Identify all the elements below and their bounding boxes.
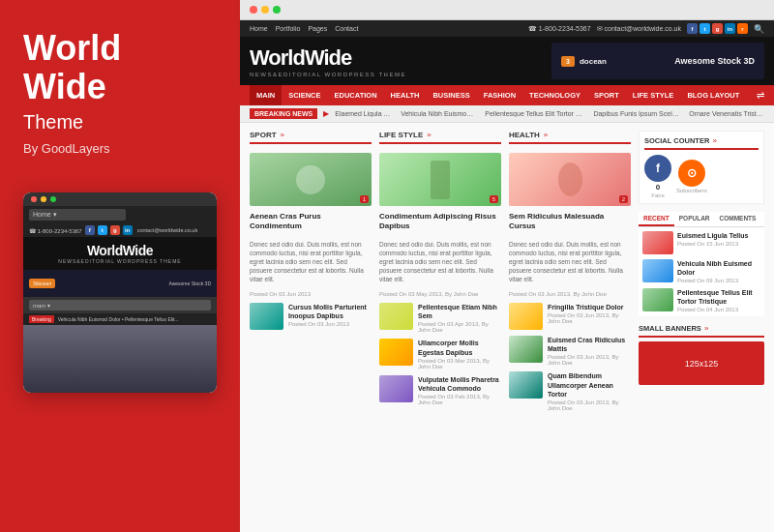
health-article-2: Euismed Cras Ridiculus Mattis Posted On … [509,336,631,366]
mobile-google-icon[interactable]: g [110,225,120,235]
mobile-breaking-bar: Breaking Vehicula Nibh Euismod Dolor • P… [23,313,217,325]
lifestyle-column: LIFE STYLE » 5 Condimentum Adipiscing Ri… [379,131,501,524]
content-area: SPORT » 1 Aenean Cras Purus Condimentum … [240,123,774,532]
topbar-nav: Home Portfolio Pages Contact [250,25,358,32]
tab-popular[interactable]: POPULAR [674,212,715,226]
health-meta-2: Posted On 03 Jun 2013, By John Doe [548,354,631,366]
nav-main[interactable]: MAIN [250,85,282,105]
topbar-facebook-icon[interactable]: f [687,23,698,34]
recent-item-1: Euismed Ligula Tellus Posted On 15 Jun 2… [642,231,760,254]
breaking-item-1: Elaemed Ligula Tellus [335,110,391,117]
recent-info-1: Euismed Ligula Tellus Posted On 15 Jun 2… [677,231,760,247]
recent-tabs-container: RECENT POPULAR COMMENTS Euismed Ligula T… [639,212,764,316]
breaking-item-4: Dapibus Funis Ipsum Scelerisque [593,110,679,117]
nav-sport[interactable]: SPORT [587,85,626,105]
small-banners-header: SMALL BANNERS » [639,324,764,338]
sidebar-tabs: RECENT POPULAR COMMENTS [639,212,764,227]
sport-main-meta: Posted On 03 Jun 2013 [250,291,372,297]
breaking-item-2: Vehicula Nibh Euismod Dolor [401,110,475,117]
topbar-portfolio[interactable]: Portfolio [276,25,301,32]
nav-science[interactable]: SCIENCE [282,85,327,105]
mobile-twitter-icon[interactable]: t [98,225,107,235]
facebook-icon[interactable]: f [644,155,671,182]
topbar-pages[interactable]: Pages [308,25,327,32]
search-icon[interactable]: 🔍 [754,24,764,34]
health-meta-3: Posted On 03 Jun 2013, By John Doe [548,399,631,411]
facebook-counter: f 0 Fans [644,155,671,198]
recent-title-1: Euismed Ligula Tellus [677,231,760,240]
mobile-nav-select[interactable]: Home ▾ [29,209,126,221]
social-counter-icons: f 0 Fans ⊙ Subscribers [644,155,759,198]
health-main-image: 2 [509,153,631,206]
mobile-social-row: ☎ 1-800-2234-5367 f t g in contact@world… [23,223,217,237]
breaking-item-5: Ornare Venenatis Tristique Di [689,110,764,117]
tab-comments[interactable]: COMMENTS [715,212,761,226]
mobile-facebook-icon[interactable]: f [85,225,95,235]
nav-health[interactable]: HEALTH [384,85,427,105]
nav-fashion[interactable]: FASHION [477,85,522,105]
sport-arrow-icon: » [281,131,284,139]
breaking-arrow-icon: ▶ [323,109,329,118]
topbar-google-icon[interactable]: g [712,23,723,34]
sport-sub-image [250,303,283,330]
tab-recent[interactable]: RECENT [639,212,674,226]
right-sidebar: SOCIAL COUNTER » f 0 Fans ⊙ Subscribers [639,131,764,524]
header-banner: 3 docean Awesome Stock 3D [551,43,764,79]
title-line2: Wide [23,67,106,106]
mobile-banner-badge: 3docean [29,279,55,288]
recent-item-3: Pellentesque Tellus Elit Tortor Tristiqu… [642,288,760,312]
topbar-phone: ☎ 1-800-2234-5367 [528,25,591,33]
topbar-contact[interactable]: Contact [335,25,358,32]
mobile-email: contact@worldwide.co.uk [137,227,197,233]
recent-title-3: Pellentesque Tellus Elit Tortor Tristiqu… [677,288,760,306]
site-topbar: Home Portfolio Pages Contact ☎ 1-800-223… [240,20,774,37]
lifestyle-title-1: Pellentesque Etiam Nibh Sem [418,303,501,320]
health-title-2: Euismed Cras Ridiculus Mattis [548,336,631,353]
mobile-nav: Home ▾ [23,206,217,223]
lifestyle-content-3: Vulputate Mollis Pharetra Vehicula Commo… [418,375,501,405]
recent-info-3: Pellentesque Tellus Elit Tortor Tristiqu… [677,288,760,312]
sport-main-text: Donec sed odio dui. Duis mollis, est non… [250,240,372,283]
lifestyle-article-2: Ullamcorper Mollis Egestas Dapibus Poste… [379,339,501,369]
lifestyle-meta-1: Posted On 03 Apr 2013, By John Doe [418,321,501,333]
health-article-3: Quam Bibendum Ullamcorper Aenean Tortor … [509,371,631,410]
lifestyle-title-3: Vulputate Mollis Pharetra Vehicula Commo… [418,375,501,393]
main-columns: SPORT » 1 Aenean Cras Purus Condimentum … [250,131,631,524]
mobile-logo-sub: NEWS&EDITORIAL WORDPRESS THEME [31,258,209,264]
mobile-menu-bar: main ▾ [23,297,217,313]
health-img-1 [509,303,543,330]
rss-icon[interactable]: ⊙ [678,160,705,187]
recent-img-1 [642,231,673,254]
browser-dots [250,6,281,14]
lifestyle-main-text: Donec sed odio dui. Duis mollis, est non… [379,240,501,283]
nav-business[interactable]: BUSINESS [426,85,476,105]
topbar-home[interactable]: Home [250,25,268,32]
lifestyle-content-2: Ullamcorper Mollis Egestas Dapibus Poste… [418,339,501,369]
mobile-menu-select[interactable]: main ▾ [29,300,211,310]
recent-meta-3: Posted On 04 Jun 2013 [677,307,760,312]
rss-counter: ⊙ Subscribers [676,160,707,193]
nav-education[interactable]: EDUCATION [328,85,384,105]
small-banner-1[interactable]: 125x125 [639,341,764,385]
nav-technology[interactable]: TECHNOLOGY [522,85,587,105]
topbar-socials: f t g in r [687,23,748,34]
shuffle-icon[interactable]: ⇌ [757,90,764,101]
lifestyle-arrow-icon: » [427,131,431,139]
breaking-label: BREAKING NEWS [250,108,317,119]
browser-dot-red [250,6,257,14]
recent-img-3 [642,288,673,311]
banner-3docean-badge: 3 [561,56,575,67]
health-meta-1: Posted On 03 Jun 2013, By John Doe [548,312,631,324]
lifestyle-main-image: 5 [379,153,501,206]
nav-blog-layout[interactable]: BLOG LAYOUT [680,85,746,105]
topbar-twitter-icon[interactable]: t [700,23,710,34]
sport-main-image: 1 [250,153,372,206]
banner-right-text: Awesome Stock 3D [674,56,755,66]
topbar-rss-icon[interactable]: r [737,23,748,34]
sport-column: SPORT » 1 Aenean Cras Purus Condimentum … [250,131,372,524]
sport-sub-title: Cursus Mollis Parturient Inoopus Dapibus [288,303,372,320]
mobile-linkedin-icon[interactable]: in [123,225,133,235]
nav-lifestyle[interactable]: LIFE STYLE [626,85,681,105]
mobile-dot-green [50,196,56,202]
topbar-linkedin-icon[interactable]: in [725,23,735,34]
